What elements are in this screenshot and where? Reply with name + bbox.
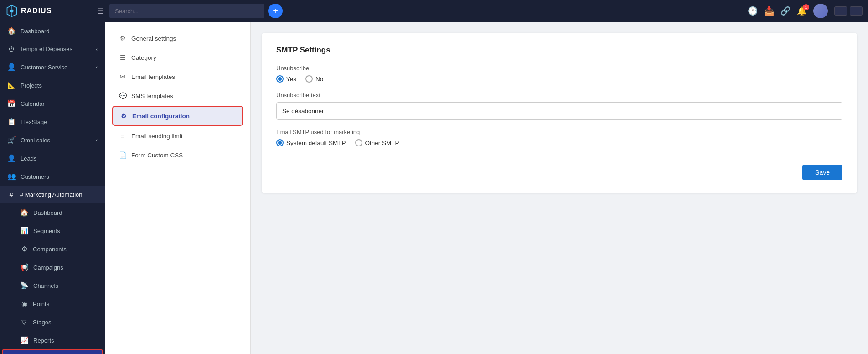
menu-label-sms-templates: SMS templates (131, 93, 173, 99)
settings-menu: ⚙ General settings ☰ Category ✉ Email te… (112, 29, 243, 164)
smtp-radio-group: System default SMTP Other SMTP (276, 139, 842, 146)
sidebar-item-dashboard[interactable]: 🏠 Dashboard (0, 22, 105, 40)
yes-radio[interactable] (276, 75, 284, 83)
smtp-settings-card: SMTP Settings Unsubscribe Yes No Unsubsc… (262, 33, 857, 193)
sidebar-icon-dashboard: 🏠 (7, 27, 16, 35)
share-icon[interactable]: 🔗 (780, 6, 790, 16)
sidebar-label-projects: Projects (21, 82, 98, 89)
topnav: RADIUS ☰ + 🕐 📥 🔗 🔔 1 (0, 0, 868, 22)
sidebar-item-temps[interactable]: ⏱ Temps et Dépenses ‹ (0, 40, 105, 58)
logo-text: RADIUS (21, 7, 52, 15)
other-smtp-option[interactable]: Other SMTP (355, 139, 399, 146)
menu-label-form-custom-css: Form Custom CSS (131, 152, 183, 159)
search-input[interactable] (109, 4, 264, 18)
sidebar-arrow-omni-sales: ‹ (96, 137, 98, 143)
sidebar-icon-projects: 📐 (7, 81, 16, 89)
menu-label-category: Category (131, 54, 156, 61)
menu-item-email-configuration[interactable]: ⚙ Email configuration (112, 106, 243, 126)
sidebar-icon-campaigns: 📢 (20, 263, 29, 271)
email-smtp-section: Email SMTP used for marketing System def… (276, 129, 842, 146)
menu-item-general-settings[interactable]: ⚙ General settings (112, 29, 243, 47)
menu-icon-category: ☰ (119, 54, 127, 61)
inbox-icon[interactable]: 📥 (764, 6, 774, 16)
sidebar-icon-leads: 👤 (7, 154, 16, 162)
no-radio[interactable] (305, 75, 313, 83)
sidebar-item-customer-service[interactable]: 👤 Customer Service ‹ (0, 58, 105, 76)
system-default-smtp-option[interactable]: System default SMTP (276, 139, 346, 146)
sidebar-icon-flexstage: 📋 (7, 118, 16, 126)
sidebar-label-components: Components (33, 246, 98, 253)
menu-item-sms-templates[interactable]: 💬 SMS templates (112, 87, 243, 105)
unsubscribe-section: Unsubscribe Yes No (276, 65, 842, 83)
hamburger-icon[interactable]: ☰ (96, 5, 106, 17)
sidebar-item-components[interactable]: ⚙ Components (0, 240, 105, 258)
logo-area: RADIUS (5, 5, 92, 17)
menu-item-form-custom-css[interactable]: 📄 Form Custom CSS (112, 146, 243, 164)
window-buttons (834, 6, 863, 16)
sidebar-item-marketing-automation[interactable]: # # Marketing Automation (0, 186, 105, 203)
sidebar-item-stages[interactable]: ▽ Stages (0, 313, 105, 331)
nav-icons: 🕐 📥 🔗 🔔 1 (748, 4, 863, 18)
email-smtp-label: Email SMTP used for marketing (276, 129, 842, 135)
sidebar-icon-segments: 📊 (20, 227, 29, 235)
unsubscribe-text-input[interactable] (276, 102, 842, 120)
sidebar-item-channels[interactable]: 📡 Channels (0, 276, 105, 295)
sidebar-arrow-customer-service: ‹ (96, 64, 98, 70)
smtp-title: SMTP Settings (276, 46, 842, 55)
menu-label-general-settings: General settings (131, 35, 176, 42)
right-content: SMTP Settings Unsubscribe Yes No Unsubsc… (251, 22, 868, 354)
sidebar-label-leads: Leads (21, 155, 98, 162)
unsubscribe-yes-option[interactable]: Yes (276, 75, 296, 83)
sidebar-icon-reports: 📈 (20, 336, 29, 344)
sidebar-arrow-temps: ‹ (96, 47, 98, 52)
sidebar-item-customers[interactable]: 👥 Customers (0, 167, 105, 186)
system-default-radio[interactable] (276, 139, 284, 146)
unsubscribe-no-option[interactable]: No (305, 75, 323, 83)
menu-label-email-templates: Email templates (131, 73, 175, 80)
sidebar-icon-stages: ▽ (20, 318, 28, 326)
menu-label-email-sending-limit: Email sending limit (131, 133, 183, 140)
menu-icon-email-sending-limit: ≡ (119, 132, 127, 140)
sidebar-label-flexstage: FlexStage (21, 119, 98, 125)
sidebar-icon-calendar: 📅 (7, 99, 16, 108)
sidebar-item-flexstage[interactable]: 📋 FlexStage (0, 113, 105, 131)
history-icon[interactable]: 🕐 (748, 6, 758, 16)
sidebar-item-calendar[interactable]: 📅 Calendar (0, 94, 105, 113)
sidebar-icon-customer-service: 👤 (7, 63, 16, 71)
sidebar-label-reports: Reports (33, 337, 98, 344)
main-content: ⚙ General settings ☰ Category ✉ Email te… (105, 22, 868, 354)
sidebar-item-ma-dashboard[interactable]: 🏠 Dashboard (0, 203, 105, 222)
sidebar-label-temps: Temps et Dépenses (20, 46, 91, 52)
sidebar-item-projects[interactable]: 📐 Projects (0, 76, 105, 94)
sidebar-item-campaigns[interactable]: 📢 Campaigns (0, 258, 105, 276)
sidebar-item-segments[interactable]: 📊 Segments (0, 222, 105, 240)
sidebar-label-dashboard: Dashboard (21, 28, 98, 35)
sidebar-icon-ma-dashboard: 🏠 (20, 208, 29, 217)
sidebar-item-omni-sales[interactable]: 🛒 Omni sales ‹ (0, 131, 105, 149)
sidebar-item-reports[interactable]: 📈 Reports (0, 331, 105, 349)
sidebar-label-points: Points (33, 301, 98, 307)
logo-icon (5, 5, 18, 17)
sidebar-item-points[interactable]: ◉ Points (0, 295, 105, 313)
notifications-icon[interactable]: 🔔 1 (797, 6, 807, 16)
sidebar-icon-customers: 👥 (7, 172, 16, 181)
save-button[interactable]: Save (802, 165, 842, 180)
sidebar-label-segments: Segments (33, 228, 98, 234)
avatar[interactable] (813, 4, 828, 18)
sidebar-label-calendar: Calendar (21, 100, 98, 107)
menu-item-email-sending-limit[interactable]: ≡ Email sending limit (112, 127, 243, 145)
other-smtp-radio[interactable] (355, 139, 362, 146)
win-btn-1[interactable] (834, 6, 847, 16)
menu-item-category[interactable]: ☰ Category (112, 48, 243, 67)
unsubscribe-text-section: Unsubscribe text (276, 92, 842, 120)
sidebar-item-leads[interactable]: 👤 Leads (0, 149, 105, 167)
menu-item-email-templates[interactable]: ✉ Email templates (112, 68, 243, 86)
sidebar-label-customer-service: Customer Service (21, 64, 91, 71)
unsubscribe-radio-group: Yes No (276, 75, 842, 83)
add-button[interactable]: + (268, 4, 283, 18)
menu-icon-general-settings: ⚙ (119, 35, 127, 42)
sidebar-icon-omni-sales: 🛒 (7, 136, 16, 144)
sidebar-item-settings[interactable]: ⚙ Settings (2, 349, 103, 354)
sidebar-label-stages: Stages (33, 319, 98, 326)
win-btn-2[interactable] (850, 6, 863, 16)
